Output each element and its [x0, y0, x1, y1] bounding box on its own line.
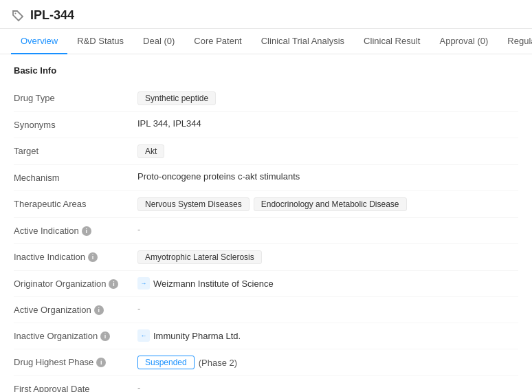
tag[interactable]: Synthetic peptide	[137, 91, 216, 105]
field-label: Drug Type	[14, 91, 137, 103]
info-row: Originator Organizationi→Weizmann Instit…	[14, 271, 518, 297]
field-value: Amyotrophic Lateral Sclerosis	[137, 250, 518, 264]
main-content: Basic Info Drug TypeSynthetic peptideSyn…	[0, 54, 532, 392]
info-icon[interactable]: i	[94, 305, 104, 315]
info-row: Inactive IndicationiAmyotrophic Lateral …	[14, 244, 518, 271]
field-value: Synthetic peptide	[137, 91, 518, 105]
field-label: Therapeutic Areas	[14, 197, 137, 209]
org-link[interactable]: →Weizmann Institute of Science	[137, 277, 274, 290]
field-label: Originator Organizationi	[14, 277, 137, 289]
field-value: IPL 344, IPL344	[137, 118, 518, 129]
info-row: SynonymsIPL 344, IPL344	[14, 112, 518, 138]
tag[interactable]: Amyotrophic Lateral Sclerosis	[137, 250, 262, 264]
tag[interactable]: Nervous System Diseases	[137, 197, 250, 211]
tab-rd-status[interactable]: R&D Status	[67, 29, 133, 54]
tag[interactable]: Akt	[137, 144, 164, 158]
nav-tabs: OverviewR&D StatusDeal (0)Core PatentCli…	[0, 29, 532, 54]
info-row: TargetAkt	[14, 138, 518, 165]
tab-deal[interactable]: Deal (0)	[133, 29, 184, 54]
field-value: Proto-oncogene proteins c-akt stimulants	[137, 171, 518, 182]
field-value: →Weizmann Institute of Science	[137, 277, 518, 290]
field-label: First Approval Date	[14, 382, 137, 392]
fields-container: Drug TypeSynthetic peptideSynonymsIPL 34…	[14, 85, 518, 392]
info-row: Active Indicationi-	[14, 218, 518, 244]
field-label: Target	[14, 144, 137, 156]
page-title: IPL-344	[30, 8, 74, 23]
field-label: Active Organizationi	[14, 303, 137, 315]
field-value: ←Immunity Pharma Ltd.	[137, 329, 518, 342]
info-row: Drug TypeSynthetic peptide	[14, 85, 518, 112]
info-icon[interactable]: i	[82, 226, 91, 236]
field-label: Mechanism	[14, 171, 137, 183]
field-value: -	[137, 303, 518, 314]
page-header: IPL-344	[0, 0, 532, 29]
phase-text: (Phase 2)	[199, 358, 237, 368]
info-row: MechanismProto-oncogene proteins c-akt s…	[14, 165, 518, 191]
tag[interactable]: Endocrinology and Metabolic Disease	[254, 197, 407, 211]
info-row: Drug Highest PhaseiSuspended(Phase 2)	[14, 349, 518, 376]
field-value: -	[137, 224, 518, 235]
field-label: Drug Highest Phasei	[14, 356, 137, 367]
org-icon: →	[137, 277, 150, 290]
info-row: Therapeutic AreasNervous System Diseases…	[14, 191, 518, 218]
info-row: Inactive Organizationi←Immunity Pharma L…	[14, 323, 518, 349]
section-title: Basic Info	[14, 65, 518, 76]
tab-approval[interactable]: Approval (0)	[430, 29, 498, 54]
info-icon[interactable]: i	[100, 331, 110, 341]
phase-badge[interactable]: Suspended	[137, 356, 195, 369]
tab-clinical-result[interactable]: Clinical Result	[354, 29, 430, 54]
info-icon[interactable]: i	[88, 252, 98, 262]
field-label: Inactive Indicationi	[14, 250, 137, 262]
field-value: Nervous System DiseasesEndocrinology and…	[137, 197, 518, 211]
org-icon: ←	[137, 329, 150, 342]
info-icon[interactable]: i	[109, 279, 118, 289]
field-value: -	[137, 382, 518, 392]
field-value: Akt	[137, 144, 518, 158]
svg-point-0	[15, 12, 16, 14]
org-link[interactable]: ←Immunity Pharma Ltd.	[137, 329, 241, 342]
tab-regulation[interactable]: Regulation (0)	[498, 29, 532, 54]
tab-overview[interactable]: Overview	[11, 29, 67, 54]
info-row: Active Organizationi-	[14, 297, 518, 323]
field-label: Inactive Organizationi	[14, 329, 137, 341]
field-label: Active Indicationi	[14, 224, 137, 236]
info-row: First Approval Date-	[14, 376, 518, 392]
field-label: Synonyms	[14, 118, 137, 130]
tag-icon	[11, 9, 25, 23]
tab-clinical-trial[interactable]: Clinical Trial Analysis	[252, 29, 354, 54]
field-value: Suspended(Phase 2)	[137, 356, 518, 369]
tab-core-patent[interactable]: Core Patent	[184, 29, 251, 54]
info-icon[interactable]: i	[96, 358, 106, 367]
